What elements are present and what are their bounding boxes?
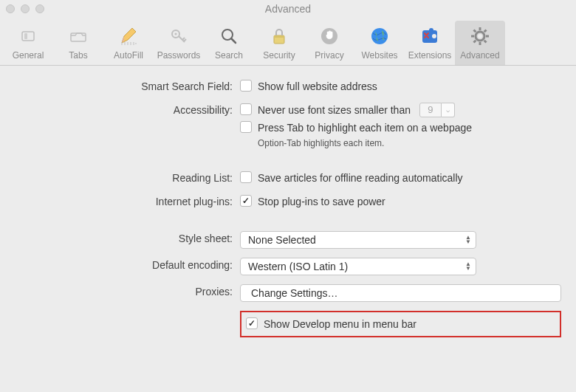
press-tab-text: Press Tab to highlight each item on a we… (258, 120, 472, 135)
tab-label: Passwords (157, 50, 201, 61)
style-sheet-value: None Selected (248, 234, 316, 246)
tab-general[interactable]: General (3, 21, 53, 65)
content-area: Smart Search Field: Show full website ad… (0, 66, 576, 392)
show-develop-menu-text: Show Develop menu in menu bar (264, 317, 416, 331)
tab-label: Privacy (315, 50, 343, 61)
show-develop-menu-checkbox[interactable] (246, 317, 258, 329)
toolbar: General Tabs AutoFill Passwords Search (0, 18, 576, 66)
change-settings-text: Change Settings… (251, 287, 338, 299)
tab-security[interactable]: Security (254, 21, 304, 65)
close-window-button[interactable] (6, 4, 15, 13)
press-tab-checkbox[interactable] (240, 121, 252, 133)
tab-autofill[interactable]: AutoFill (103, 21, 154, 65)
tab-label: Security (263, 50, 295, 61)
change-settings-button[interactable]: Change Settings… (240, 284, 561, 302)
svg-point-5 (175, 33, 177, 35)
svg-point-15 (478, 34, 482, 38)
internet-plugins-label: Internet plug-ins: (15, 194, 240, 207)
tab-label: Websites (361, 50, 397, 61)
titlebar: Advanced (0, 0, 576, 18)
globe-icon (367, 24, 392, 49)
tab-label: Extensions (408, 50, 452, 61)
svg-rect-1 (24, 33, 27, 39)
svg-point-12 (432, 34, 436, 38)
default-encoding-select[interactable]: Western (ISO Latin 1) ▲▼ (240, 258, 476, 275)
proxies-label: Proxies: (15, 284, 240, 298)
puzzle-icon (417, 24, 442, 49)
show-full-address-checkbox[interactable] (240, 80, 252, 92)
stop-plugins-checkbox[interactable] (240, 195, 252, 207)
search-icon (216, 24, 241, 49)
show-full-address-text: Show full website address (258, 79, 377, 94)
minimize-window-button[interactable] (21, 4, 30, 13)
chevron-up-down-icon: ▲▼ (465, 235, 471, 244)
option-tab-hint: Option-Tab highlights each item. (258, 138, 561, 148)
tab-label: AutoFill (114, 50, 143, 61)
chevron-up-down-icon: ▲▼ (465, 262, 471, 271)
accessibility-label: Accessibility: (15, 103, 240, 116)
tab-passwords[interactable]: Passwords (154, 21, 204, 65)
style-sheet-select[interactable]: None Selected ▲▼ (240, 231, 476, 249)
tab-label: General (13, 50, 44, 61)
window-controls (6, 4, 44, 13)
tab-privacy[interactable]: Privacy (304, 21, 354, 65)
style-sheet-label: Style sheet: (15, 231, 240, 244)
tab-tabs[interactable]: Tabs (53, 21, 103, 65)
svg-point-10 (371, 28, 388, 44)
gear-icon (467, 24, 493, 49)
min-font-size-text: Never use font sizes smaller than (258, 103, 411, 117)
key-icon (166, 24, 191, 49)
lock-icon (267, 24, 292, 49)
hand-icon (317, 24, 342, 49)
zoom-window-button[interactable] (35, 4, 44, 13)
save-offline-text: Save articles for offline reading automa… (258, 171, 463, 185)
tab-label: Search (215, 50, 243, 61)
default-encoding-value: Western (ISO Latin 1) (248, 261, 348, 272)
stop-plugins-text: Stop plug-ins to save power (258, 194, 385, 209)
min-font-size-stepper[interactable]: ⌵ (442, 103, 455, 117)
min-font-size-field[interactable]: 9 (419, 103, 442, 117)
svg-rect-8 (274, 35, 284, 38)
tab-label: Tabs (69, 50, 87, 61)
tab-label: Advanced (460, 50, 499, 61)
svg-point-13 (426, 38, 431, 43)
preferences-window: Advanced General Tabs AutoFill Passwor (0, 0, 576, 392)
pencil-icon (116, 24, 141, 49)
reading-list-label: Reading List: (15, 171, 240, 184)
svg-rect-2 (71, 33, 86, 41)
switch-icon (16, 24, 41, 49)
tabs-icon (66, 24, 91, 49)
smart-search-label: Smart Search Field: (15, 79, 240, 92)
svg-rect-3 (121, 43, 136, 44)
tab-extensions[interactable]: Extensions (405, 21, 455, 65)
min-font-size-checkbox[interactable] (240, 103, 252, 115)
save-offline-checkbox[interactable] (240, 171, 252, 183)
tab-websites[interactable]: Websites (354, 21, 405, 65)
develop-highlight: Show Develop menu in menu bar (240, 311, 561, 337)
svg-rect-0 (22, 32, 34, 41)
tab-advanced[interactable]: Advanced (455, 21, 505, 65)
window-title: Advanced (0, 3, 576, 15)
default-encoding-label: Default encoding: (15, 258, 240, 271)
tab-search[interactable]: Search (204, 21, 254, 65)
